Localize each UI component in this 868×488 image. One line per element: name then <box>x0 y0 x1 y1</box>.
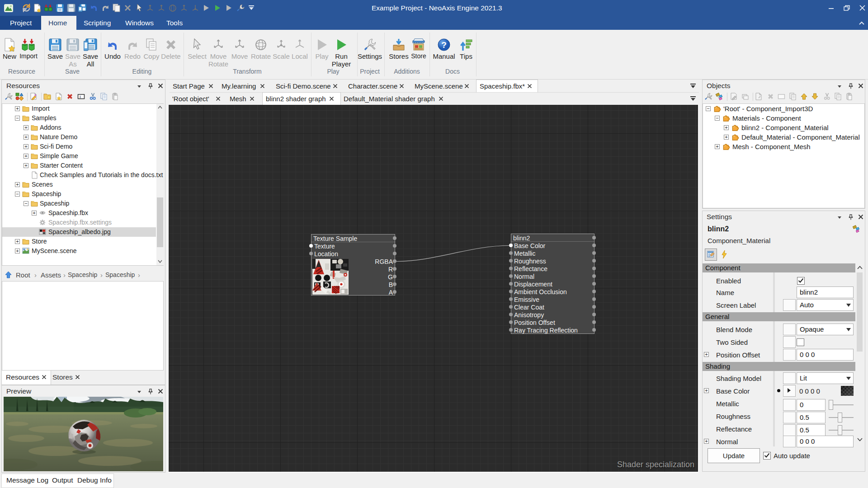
svg-text:I: I <box>79 95 81 99</box>
svg-text:?: ? <box>441 40 447 50</box>
